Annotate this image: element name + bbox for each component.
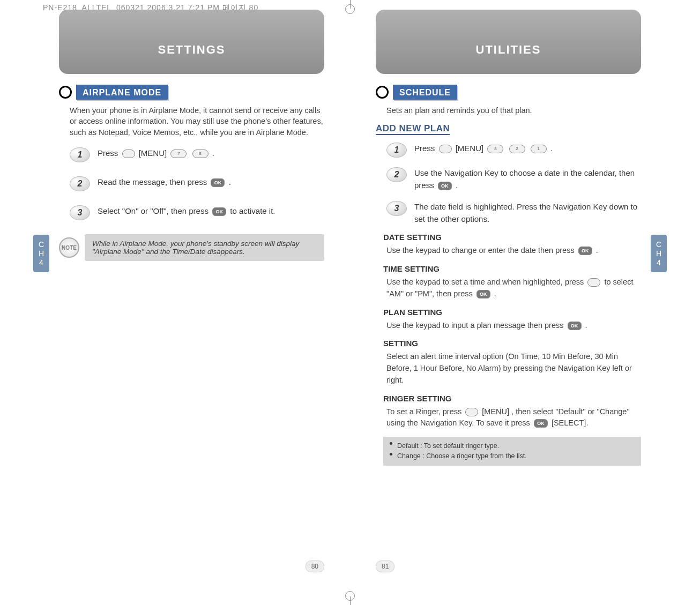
text: Select "On" or "Off", then press	[98, 206, 211, 215]
text: Read the message, then press	[98, 177, 209, 186]
key-8-icon: 8	[192, 150, 208, 158]
step-number: 3	[386, 201, 407, 216]
step: 3 Select "On" or "Off", then press OK to…	[70, 205, 324, 220]
intro-text: Sets an plan and reminds you of that pla…	[386, 105, 641, 116]
text: .	[456, 181, 458, 190]
section-title: SCHEDULE	[393, 85, 457, 100]
text: To set a Ringer, press	[386, 407, 464, 416]
bullet-icon	[376, 86, 389, 99]
key-7-icon: 7	[170, 150, 187, 158]
ok-key-icon: OK	[578, 247, 592, 255]
bullet-icon	[59, 86, 72, 99]
bullet-note: Default : To set default ringer type. Ch…	[383, 437, 641, 466]
key-2-icon: 2	[509, 145, 525, 153]
subheading: ADD NEW PLAN	[376, 123, 450, 135]
step-text: The date field is highlighted. Press the…	[414, 201, 641, 225]
text: .	[229, 177, 231, 186]
ok-key-icon: OK	[534, 419, 548, 428]
bullet-icon	[390, 442, 392, 445]
text: [MENU]	[139, 148, 167, 158]
bullet-text: Default : To set default ringer type.	[397, 441, 634, 451]
menu-key-icon	[587, 278, 600, 287]
text: [MENU]	[456, 144, 484, 153]
text: to activate it.	[230, 206, 275, 215]
step-text: Select "On" or "Off", then press OK to a…	[98, 205, 324, 220]
menu-key-icon	[465, 408, 478, 416]
bullet-text: Change : Choose a ringer type from the l…	[397, 451, 634, 461]
text: .	[212, 148, 214, 158]
chapter-number: 4	[651, 258, 667, 267]
text: Use the keypad to input a plan message t…	[386, 321, 566, 330]
text: Use the keypad to set a time and when hi…	[386, 278, 586, 286]
bullet-icon	[390, 453, 392, 455]
section-title: AIRPLANE MODE	[76, 85, 168, 100]
page-number: 80	[306, 561, 324, 572]
text: .	[550, 144, 553, 153]
ok-key-icon: OK	[211, 178, 225, 187]
sub-heading: TIME SETTING	[383, 264, 641, 273]
menu-key-icon	[122, 150, 135, 158]
page-right: UTILITIES SCHEDULE Sets an plan and remi…	[350, 10, 700, 578]
step-number: 2	[386, 167, 407, 182]
chapter-tab: C H 4	[651, 235, 667, 272]
sub-heading: DATE SETTING	[383, 233, 641, 242]
note-icon: NOTE	[59, 237, 79, 258]
note-text: While in Airplane Mode, your phone's sta…	[85, 234, 324, 261]
text: Use the keypad to change or enter the da…	[386, 246, 577, 255]
key-8-icon: 8	[487, 145, 503, 153]
text: [MENU]	[482, 407, 509, 416]
step-number: 2	[70, 176, 90, 191]
ok-key-icon: OK	[212, 207, 226, 216]
step-number: 1	[386, 143, 407, 158]
ok-key-icon: OK	[568, 322, 582, 330]
step: 2 Use the Navigation Key to choose a dat…	[386, 167, 641, 191]
paragraph: Use the keypad to input a plan message t…	[386, 320, 641, 332]
sub-heading: PLAN SETTING	[383, 308, 641, 317]
chapter-tab: C H 4	[33, 235, 49, 272]
step-text: Read the message, then press OK .	[98, 176, 324, 191]
paragraph: Use the keypad to set a time and when hi…	[386, 277, 641, 300]
paragraph: To set a Ringer, press [MENU] , then sel…	[386, 406, 641, 430]
ok-key-icon: OK	[476, 290, 490, 298]
page-number: 81	[376, 561, 394, 572]
chapter-label: C H	[33, 240, 49, 258]
crop-mark	[345, 591, 355, 601]
page-title: UTILITIES	[376, 10, 641, 74]
section-header: SCHEDULE	[376, 85, 641, 100]
paragraph: Select an alert time interval option (On…	[386, 351, 641, 386]
page-spread: SETTINGS AIRPLANE MODE When your phone i…	[0, 10, 700, 578]
text: Press	[414, 144, 437, 153]
step: 2 Read the message, then press OK .	[70, 176, 324, 191]
chapter-number: 4	[33, 258, 49, 267]
sub-heading: SETTING	[383, 339, 641, 348]
text: Press	[98, 148, 121, 158]
ok-key-icon: OK	[438, 182, 452, 190]
sub-heading: RINGER SETTING	[383, 394, 641, 403]
key-1-icon: 1	[531, 145, 547, 153]
chapter-label: C H	[651, 240, 667, 258]
menu-key-icon	[439, 145, 452, 153]
intro-text: When your phone is in Airplane Mode, it …	[70, 105, 324, 138]
section-header: AIRPLANE MODE	[59, 85, 324, 100]
page-left: SETTINGS AIRPLANE MODE When your phone i…	[0, 10, 350, 578]
step-text: Use the Navigation Key to choose a date …	[414, 167, 641, 191]
text: [SELECT].	[552, 419, 589, 427]
page-title: SETTINGS	[59, 10, 324, 74]
step-text: Press [MENU] 8 2 1 .	[414, 143, 641, 158]
step: 3 The date field is highlighted. Press t…	[386, 201, 641, 225]
step: 1 Press [MENU] 8 2 1 .	[386, 143, 641, 158]
step-number: 3	[70, 205, 90, 220]
note-box: NOTE While in Airplane Mode, your phone'…	[59, 234, 324, 261]
paragraph: Use the keypad to change or enter the da…	[386, 245, 641, 257]
step: 1 Press [MENU] 7 8 .	[70, 147, 324, 162]
step-text: Press [MENU] 7 8 .	[98, 147, 324, 162]
step-number: 1	[70, 147, 90, 162]
